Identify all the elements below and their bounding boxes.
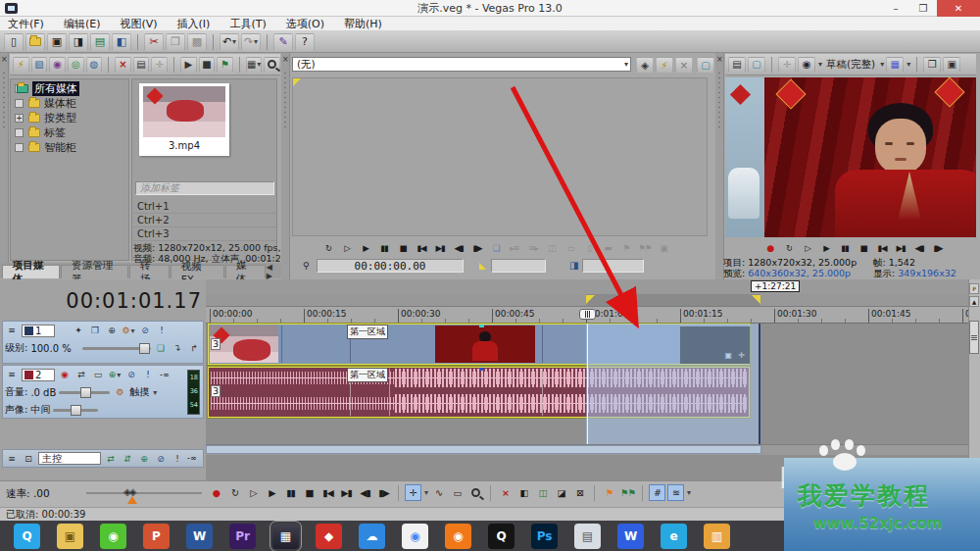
select-range-icon[interactable]: ▬ xyxy=(600,241,615,255)
track-grip[interactable]: ≡ xyxy=(5,369,19,381)
stop-button[interactable]: ■ xyxy=(301,484,318,501)
new-project-icon[interactable]: ▯ xyxy=(4,33,24,51)
automation-mode-label[interactable]: 触摸 xyxy=(129,385,149,399)
make-child-icon[interactable]: ↴ xyxy=(171,342,184,355)
make-parent-icon[interactable]: ↱ xyxy=(187,342,201,355)
edit-in-editor-icon[interactable]: ◧ xyxy=(112,33,131,51)
project-properties-icon[interactable]: ▤ xyxy=(728,57,746,73)
play-from-start-button[interactable]: ▷ xyxy=(800,241,815,255)
add-tag-input[interactable]: 添加标签 xyxy=(135,181,274,195)
pan-slider[interactable] xyxy=(53,409,98,412)
taskbar-qq[interactable]: Q xyxy=(488,524,514,549)
tree-item-all-media[interactable]: 所有媒体 xyxy=(11,81,128,96)
scroll-pin-button[interactable]: P xyxy=(969,283,979,294)
track-fx-icon[interactable]: ▭ xyxy=(91,369,105,381)
save-snapshot-icon[interactable]: ▣ xyxy=(943,57,960,73)
play-from-start-button[interactable]: ▷ xyxy=(245,484,262,501)
expander-icon[interactable] xyxy=(15,143,24,152)
tool-dropdown[interactable]: ▾ xyxy=(424,488,428,497)
panel-grip[interactable]: × xyxy=(715,53,724,279)
pan-crop-icon[interactable]: ✛ xyxy=(151,57,168,73)
open-project-icon[interactable] xyxy=(25,33,45,51)
tag-shortcut-row[interactable]: Ctrl+2 xyxy=(133,214,276,227)
envelope-tool-button[interactable]: ∿ xyxy=(430,484,447,501)
track-grip[interactable]: ≡ xyxy=(5,325,19,337)
media-fx-icon[interactable]: ⚡ xyxy=(13,57,29,73)
audio-bus-icon[interactable]: ◈ xyxy=(636,57,654,73)
media-thumbnail-card[interactable]: 3.mp4 xyxy=(139,83,229,156)
taskbar-powerpoint[interactable]: P xyxy=(143,524,170,549)
bus-fx-icon[interactable]: ⇄ xyxy=(104,452,118,465)
taskbar-wps[interactable]: W xyxy=(617,524,644,549)
panel-grip[interactable]: × xyxy=(281,53,290,279)
scroll-up-button[interactable]: ▲ xyxy=(969,296,979,307)
taskbar-wechat[interactable]: ◉ xyxy=(100,524,126,549)
minimize-button[interactable]: – xyxy=(882,0,909,17)
edit-tool-button[interactable]: ✛ xyxy=(405,484,421,501)
views-icon[interactable]: ▦▾ xyxy=(246,57,263,73)
overwrite-icon[interactable]: ◫ xyxy=(544,241,560,255)
tab-scroll-arrows[interactable]: ◀ ▶ xyxy=(267,265,279,278)
external-monitor-icon[interactable]: ▢ xyxy=(748,57,765,73)
close-button[interactable]: ✕ xyxy=(937,0,980,17)
insert-region-button[interactable]: ⚑⚑ xyxy=(619,484,636,501)
composite-mode-icon[interactable]: ❏ xyxy=(154,342,168,355)
in-point-field[interactable] xyxy=(491,259,546,273)
step-forward-button[interactable]: ▮▶ xyxy=(469,241,485,255)
cut-icon[interactable]: ✂ xyxy=(144,33,164,51)
insert-icon[interactable]: ▭ xyxy=(563,241,578,255)
menu-item[interactable]: 帮助(H) xyxy=(344,17,382,31)
record-button[interactable]: ● xyxy=(762,241,778,255)
solo-icon[interactable]: ! xyxy=(171,452,184,465)
go-to-start-button[interactable]: ▮◀ xyxy=(414,241,429,255)
vertical-scrollbar[interactable] xyxy=(968,279,980,480)
preview-quality-icon[interactable]: ◉ xyxy=(798,57,815,73)
stop-button[interactable]: ■ xyxy=(856,241,871,255)
expander-icon[interactable]: + xyxy=(15,114,24,123)
zoom-tool-button[interactable] xyxy=(467,484,484,501)
taskbar-ie[interactable]: e xyxy=(661,524,687,549)
taskbar-video-app[interactable]: ◆ xyxy=(316,524,342,549)
remove-icon[interactable]: × xyxy=(675,57,693,73)
loop-playback-button[interactable]: ↻ xyxy=(320,241,336,255)
menu-item[interactable]: 工具(T) xyxy=(229,17,266,31)
search-icon[interactable] xyxy=(264,57,280,73)
tab-transitions[interactable]: 转场 xyxy=(129,265,170,278)
taskbar-word[interactable]: W xyxy=(186,524,213,549)
track-grip[interactable]: ≡ xyxy=(5,452,19,465)
trimmer-media-selector[interactable]: (无)▾ xyxy=(292,57,631,72)
step-back-button[interactable]: ◀▮ xyxy=(357,484,373,501)
copy-snapshot-icon[interactable]: ❐ xyxy=(923,57,941,73)
taskbar-vegas[interactable]: ▦ xyxy=(272,524,299,549)
mute-icon[interactable]: ⊘ xyxy=(138,325,152,337)
media-fx-icon[interactable]: ⚡ xyxy=(656,57,673,73)
tab-media-generators[interactable]: 媒体 xyxy=(225,265,266,278)
media-properties-icon[interactable]: ▤ xyxy=(133,57,150,73)
insert-fx-icon[interactable]: ⊕ xyxy=(137,452,151,465)
region-icon[interactable]: ⚑⚑ xyxy=(637,241,653,255)
mute-icon[interactable]: ⊘ xyxy=(154,452,168,465)
import-media-icon[interactable]: ▧ xyxy=(31,57,48,73)
track-fx-icon[interactable]: ❐ xyxy=(88,325,102,337)
pause-button[interactable]: ▮▮ xyxy=(282,484,299,501)
mute-icon[interactable]: ⊘ xyxy=(124,369,138,381)
render-as-icon[interactable]: ◨ xyxy=(69,33,88,51)
taskbar-qq-browser[interactable]: Q xyxy=(14,524,40,549)
loop-end-marker[interactable] xyxy=(752,295,760,304)
external-monitor-icon[interactable]: ▢ xyxy=(697,57,714,73)
arm-record-icon[interactable]: ◉ xyxy=(58,369,72,381)
menu-item[interactable]: 编辑(E) xyxy=(64,17,101,31)
ripple-dropdown[interactable]: ▾ xyxy=(687,488,691,497)
media-tag-icon[interactable]: ⚑ xyxy=(217,57,233,73)
solo-icon[interactable]: ! xyxy=(155,325,169,337)
tab-explorer[interactable]: 资源管理器 xyxy=(61,265,128,278)
paste-icon[interactable]: ▩ xyxy=(187,33,207,51)
step-back-button[interactable]: ◀▮ xyxy=(451,241,466,255)
tree-item-smart-bins[interactable]: 智能柜 xyxy=(11,140,128,155)
taskbar-file-explorer[interactable]: ▣ xyxy=(57,524,83,549)
rate-slider[interactable] xyxy=(86,492,202,494)
time-selection-overlay[interactable] xyxy=(586,324,760,445)
timeline-cursor-timecode[interactable]: 00:01:01.17 xyxy=(29,289,202,313)
automation-settings-icon[interactable]: ⚙▾ xyxy=(122,325,135,337)
play-button[interactable]: ▶ xyxy=(818,241,834,255)
